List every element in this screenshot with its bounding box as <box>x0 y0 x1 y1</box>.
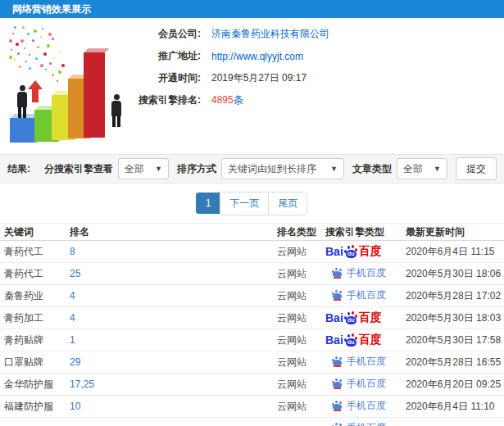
update-time-cell: 2020年5月30日 18:06 <box>406 267 504 281</box>
rank-link[interactable]: 29 <box>70 356 277 368</box>
last-page-button[interactable]: 尾页 <box>268 192 307 215</box>
rank-type-cell: 云网站 <box>277 289 325 303</box>
update-time-cell: 2020年6月20日 09:25 <box>406 378 504 392</box>
mobile-baidu-paw-icon <box>332 289 343 301</box>
engine-view-selected-value: 全部 <box>125 162 144 176</box>
baidu-logo-du-text: du <box>346 338 356 347</box>
rank-link[interactable]: 10 <box>70 401 277 412</box>
engine-type-cell: Bai du 百度 手机百度 <box>325 310 406 325</box>
rank-count-unit: 条 <box>234 94 243 106</box>
table-header-row: 关键词 排名 排名类型 搜索引擎类型 最新更新时间 <box>0 224 504 241</box>
baidu-logo-bai-text: Bai <box>325 311 343 324</box>
member-company-row: 会员公司: 济南秦鲁药业科技有限公司 <box>127 27 504 41</box>
table-row: Bai du 百度 手机百度 <box>0 418 504 426</box>
keyword-cell: 金华防护服 <box>4 378 70 392</box>
submit-button[interactable]: 提交 <box>456 157 497 180</box>
engine-view-select[interactable]: 全部 ▼ <box>118 158 169 179</box>
baidu-logo-cn-text: 百度 <box>359 244 382 259</box>
rank-link[interactable]: 4 <box>70 312 277 324</box>
baidu-logo-cn-text: 百度 <box>359 333 382 347</box>
article-type-label: 文章类型 <box>352 162 392 176</box>
mobile-baidu-label: 手机百度 <box>347 399 386 413</box>
promotion-url-row: 推广地址: http://www.qlyyjt.com <box>127 49 504 63</box>
mobile-baidu-paw-icon <box>332 267 343 279</box>
promotion-url-label: 推广地址: <box>127 49 201 63</box>
header-keyword: 关键词 <box>4 225 70 239</box>
member-company-label: 会员公司: <box>127 27 201 41</box>
engine-rank-row: 搜索引擎排名: 4895条 <box>127 93 504 107</box>
promotion-url-link[interactable]: http://www.qlyyjt.com <box>211 51 303 62</box>
engine-type-cell: Bai du 百度 手机百度 <box>325 377 406 392</box>
sort-select[interactable]: 关键词由短到长排序 ▼ <box>221 158 344 179</box>
engine-type-cell: Bai du 百度 手机百度 <box>325 244 406 259</box>
dropdown-arrow-icon: ▼ <box>434 165 441 173</box>
table-row: 膏药加工 4 云网站 Bai du 百度 手机百度 2020年5月30日 18:… <box>0 307 504 329</box>
mobile-baidu-label: 手机百度 <box>347 377 386 391</box>
table-row: 福建防护服 10 云网站 Bai du 百度 手机百度 2020年6月4日 11… <box>0 396 504 418</box>
member-company-link[interactable]: 济南秦鲁药业科技有限公司 <box>211 27 329 41</box>
rank-type-cell: 云网站 <box>277 378 325 392</box>
baidu-logo-du-text: du <box>346 316 356 324</box>
baidu-logo: Bai du 百度 <box>325 333 382 347</box>
update-time-cell: 2020年5月30日 18:03 <box>406 311 504 325</box>
update-time-cell: 2020年5月28日 17:02 <box>406 289 504 303</box>
rank-link[interactable]: 8 <box>70 246 277 257</box>
sort-selected-value: 关键词由短到长排序 <box>228 162 316 176</box>
table-row: 金华防护服 17,25 云网站 Bai du 百度 手机百度 2020年6月20… <box>0 374 504 396</box>
update-time-cell: 2020年5月28日 16:55 <box>406 356 504 369</box>
rank-link[interactable]: 17,25 <box>70 378 277 390</box>
mobile-baidu-badge: 手机百度 <box>332 377 386 391</box>
baidu-paw-icon: du <box>344 311 358 324</box>
table-row: 膏药代工 25 云网站 Bai du 百度 手机百度 2020年5月30日 18… <box>0 263 504 285</box>
mobile-baidu-badge: 手机百度 <box>332 421 386 426</box>
filter-bar: 结果: 分搜索引擎查看 全部 ▼ 排序方式 关键词由短到长排序 ▼ 文章类型 全… <box>0 154 504 184</box>
dropdown-arrow-icon: ▼ <box>330 165 338 173</box>
mobile-baidu-paw-icon <box>332 378 343 389</box>
rank-link[interactable]: 1 <box>70 334 277 346</box>
rank-link[interactable]: 25 <box>70 268 277 279</box>
mobile-baidu-badge: 手机百度 <box>332 399 386 413</box>
results-table: 关键词 排名 排名类型 搜索引擎类型 最新更新时间 膏药代工 8 云网站 Bai… <box>0 223 504 426</box>
page-title: 网络营销效果展示 <box>0 0 504 18</box>
baidu-logo-bai-text: Bai <box>325 333 343 347</box>
mobile-baidu-paw-icon <box>332 400 343 411</box>
baidu-logo-bai-text: Bai <box>325 245 343 258</box>
rank-link[interactable]: 4 <box>70 290 277 301</box>
engine-rank-count-link[interactable]: 4895条 <box>211 93 243 107</box>
keyword-cell: 膏药贴牌 <box>4 333 70 347</box>
mobile-baidu-label: 手机百度 <box>347 266 386 280</box>
chart-bar-blue <box>10 118 37 143</box>
mobile-baidu-paw-icon <box>332 356 343 367</box>
businessman-left-figure <box>16 85 29 118</box>
engine-view-label: 分搜索引擎查看 <box>44 162 113 176</box>
company-info-section: 会员公司: 济南秦鲁药业科技有限公司 推广地址: http://www.qlyy… <box>0 18 504 154</box>
engine-type-cell: Bai du 百度 手机百度 <box>325 421 406 426</box>
engine-type-cell: Bai du 百度 手机百度 <box>325 333 406 347</box>
update-time-cell: 2020年6月4日 11:10 <box>406 400 504 414</box>
up-arrow-icon <box>28 80 43 102</box>
engine-type-cell: Bai du 百度 手机百度 <box>325 288 406 304</box>
rank-type-cell: 云网站 <box>277 245 325 259</box>
header-update-time: 最新更新时间 <box>406 225 504 239</box>
open-time-label: 开通时间: <box>127 71 201 85</box>
engine-type-cell: Bai du 百度 手机百度 <box>325 399 406 415</box>
baidu-logo: Bai du 百度 <box>325 310 382 325</box>
rank-type-cell: 云网站 <box>277 333 325 347</box>
baidu-paw-icon: du <box>344 245 358 258</box>
mobile-baidu-badge: 手机百度 <box>332 355 386 369</box>
mobile-baidu-label: 手机百度 <box>347 355 386 369</box>
engine-type-cell: Bai du 百度 手机百度 <box>325 266 406 282</box>
rank-type-cell: 云网站 <box>277 356 325 369</box>
keyword-cell: 膏药代工 <box>4 267 70 281</box>
table-row: 膏药贴牌 1 云网站 Bai du 百度 手机百度 2020年5月30日 17:… <box>0 329 504 351</box>
article-type-select[interactable]: 全部 ▼ <box>397 158 447 179</box>
update-time-cell: 2020年5月30日 17:58 <box>406 333 504 347</box>
next-page-button[interactable]: 下一页 <box>220 192 269 215</box>
mobile-baidu-badge: 手机百度 <box>332 266 386 280</box>
baidu-paw-icon: du <box>344 333 358 347</box>
mobile-baidu-label: 手机百度 <box>347 288 386 302</box>
update-time-cell: 2020年6月4日 11:15 <box>406 245 504 259</box>
keyword-cell: 福建防护服 <box>4 400 70 414</box>
rank-type-cell: 云网站 <box>277 267 325 281</box>
page-1-button[interactable]: 1 <box>196 193 221 214</box>
